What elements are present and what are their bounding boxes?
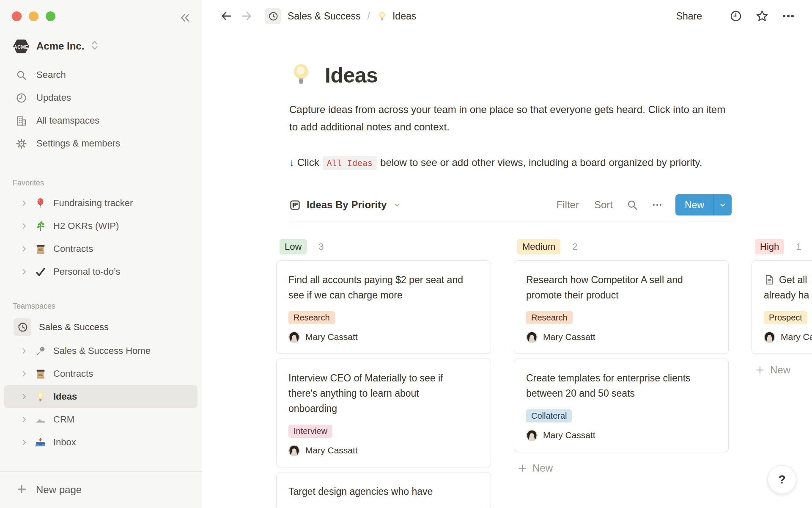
- sidebar-item-label: Contracts: [53, 368, 93, 379]
- sidebar-item-personal-todos[interactable]: Personal to-do’s: [4, 260, 198, 283]
- breadcrumb-teamspace[interactable]: Sales & Success: [288, 11, 361, 22]
- chevron-right-icon[interactable]: [19, 438, 29, 447]
- chevron-right-icon[interactable]: [19, 245, 29, 253]
- page-history-button[interactable]: [727, 8, 744, 25]
- chevron-down-icon: [718, 200, 727, 210]
- page-title[interactable]: Ideas: [325, 63, 378, 88]
- minimize-window-button[interactable]: [29, 11, 38, 21]
- kanban-board: Low 3 Find all accounts paying $2 per se…: [276, 239, 812, 508]
- sidebar-item-crm[interactable]: CRM: [4, 408, 198, 431]
- page-hint[interactable]: ↓ ClickAll Ideasbelow to see or add othe…: [289, 153, 732, 172]
- add-card-label: New: [770, 364, 790, 376]
- new-page-button[interactable]: New page: [0, 472, 202, 508]
- favorite-star-button[interactable]: [754, 8, 771, 25]
- chevron-right-icon[interactable]: [19, 392, 29, 401]
- close-window-button[interactable]: [12, 11, 22, 21]
- chevron-down-icon: [392, 200, 402, 210]
- chevron-right-icon[interactable]: [19, 415, 29, 424]
- sidebar-item-contracts-teamspace[interactable]: Contracts: [4, 362, 198, 385]
- view-options-button[interactable]: [652, 199, 663, 210]
- board-card[interactable]: Research how Competitor A sell and promo…: [514, 260, 729, 354]
- breadcrumb-page[interactable]: Ideas: [392, 11, 416, 22]
- add-card-button-high[interactable]: New: [752, 364, 812, 376]
- chevron-right-icon[interactable]: [19, 268, 29, 276]
- sidebar-item-h2-okrs[interactable]: H2 OKRs (WIP): [4, 215, 198, 237]
- sidebar-item-all-teamspaces[interactable]: All teamspaces: [0, 109, 202, 132]
- sidebar-item-sales-success-teamspace[interactable]: Sales & Success: [4, 315, 198, 340]
- help-button[interactable]: ?: [768, 465, 796, 494]
- view-name: Ideas By Priority: [307, 199, 387, 211]
- chevron-right-icon[interactable]: [19, 222, 29, 230]
- lightbulb-icon: [34, 391, 47, 403]
- sidebar-item-settings[interactable]: Settings & members: [0, 132, 202, 155]
- card-assignee: Mary Cassatt: [288, 445, 479, 456]
- document-icon: [764, 274, 775, 285]
- column-header[interactable]: Low 3: [276, 239, 491, 254]
- view-search-button[interactable]: [626, 199, 638, 211]
- chevron-right-icon[interactable]: [19, 347, 29, 355]
- column-count: 2: [572, 241, 577, 252]
- board-card[interactable]: Get all already ha Prospect Mary Cassa: [752, 260, 812, 354]
- view-switcher[interactable]: Ideas By Priority: [289, 199, 402, 211]
- sidebar-item-inbox[interactable]: Inbox: [4, 431, 198, 454]
- page-options-button[interactable]: [780, 8, 797, 25]
- card-assignee: Mary Cassatt: [288, 331, 479, 343]
- ellipsis-icon: [782, 9, 795, 23]
- sidebar: ACME Acme Inc. Search: [0, 0, 202, 508]
- add-card-label: New: [532, 462, 553, 474]
- double-chevron-left-icon: [178, 11, 191, 24]
- card-title: Find all accounts paying $2 per seat and…: [288, 272, 470, 303]
- add-card-button-medium[interactable]: New: [514, 462, 729, 474]
- share-button[interactable]: Share: [676, 11, 702, 22]
- board-card[interactable]: Create templates for enterprise clients …: [514, 359, 729, 452]
- sidebar-item-label: Fundraising tracker: [53, 198, 133, 209]
- card-title: Create templates for enterprise clients …: [526, 370, 708, 401]
- column-header[interactable]: High 1: [752, 239, 812, 254]
- back-button[interactable]: [219, 9, 233, 23]
- sort-button[interactable]: Sort: [594, 199, 613, 211]
- sidebar-item-search[interactable]: Search: [0, 64, 202, 86]
- priority-badge-medium: Medium: [517, 239, 560, 254]
- zoom-window-button[interactable]: [46, 11, 55, 21]
- page-icon-lightbulb[interactable]: [289, 63, 313, 88]
- board-card[interactable]: Interview CEO of Materially to see if th…: [276, 359, 491, 467]
- column-cards: Research how Competitor A sell and promo…: [514, 260, 729, 452]
- sidebar-item-sales-success-home[interactable]: Sales & Success Home: [4, 340, 198, 362]
- time-machine-icon: [267, 11, 279, 22]
- sidebar-item-updates[interactable]: Updates: [0, 86, 202, 109]
- collapse-sidebar-button[interactable]: [177, 10, 192, 25]
- inbox-icon: [34, 437, 47, 448]
- gear-icon: [15, 138, 27, 149]
- column-header[interactable]: Medium 2: [514, 239, 729, 254]
- workspace-name: Acme Inc.: [36, 40, 84, 52]
- hint-suffix: below to see or add other views, includi…: [380, 157, 702, 168]
- chevron-right-icon[interactable]: [19, 370, 29, 378]
- chevron-right-icon[interactable]: [19, 199, 29, 207]
- herb-icon: [34, 221, 47, 232]
- topbar: Sales & Success / Ideas Share: [202, 0, 812, 32]
- time-machine-icon: [14, 318, 31, 336]
- board-card[interactable]: Target design agencies who have: [276, 472, 491, 508]
- card-tag: Prospect: [764, 311, 807, 324]
- new-button-label: New: [675, 194, 713, 215]
- sidebar-item-contracts-favorite[interactable]: Contracts: [4, 237, 198, 260]
- avatar: [764, 331, 775, 343]
- forward-button[interactable]: [239, 9, 254, 23]
- sidebar-item-label: Ideas: [53, 391, 77, 402]
- filter-button[interactable]: Filter: [557, 199, 579, 211]
- card-tag: Interview: [288, 425, 332, 438]
- sidebar-system-menu: Search Updates: [0, 64, 202, 155]
- breadcrumb-teamspace-icon[interactable]: [265, 8, 281, 24]
- workspace-switcher[interactable]: ACME Acme Inc.: [0, 36, 202, 57]
- sidebar-item-label: Sales & Success: [39, 322, 109, 333]
- new-item-button[interactable]: New: [675, 194, 732, 215]
- card-title: Research how Competitor A sell and promo…: [526, 272, 708, 303]
- new-button-dropdown[interactable]: [713, 194, 732, 215]
- sidebar-item-ideas[interactable]: Ideas: [4, 385, 198, 408]
- sidebar-item-fundraising-tracker[interactable]: Fundraising tracker: [4, 192, 198, 215]
- card-tag: Collateral: [526, 409, 572, 422]
- avatar: [288, 331, 300, 343]
- board-card[interactable]: Find all accounts paying $2 per seat and…: [276, 260, 491, 354]
- page-description[interactable]: Capture ideas from across your team in o…: [289, 101, 732, 135]
- arrow-left-icon: [219, 9, 233, 23]
